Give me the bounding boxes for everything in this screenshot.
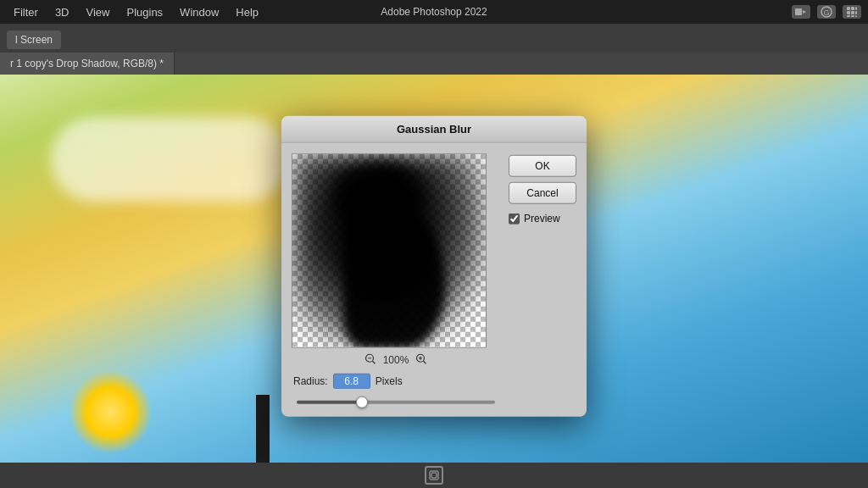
svg-rect-10	[847, 15, 850, 17]
svg-line-15	[372, 361, 375, 363]
canvas-area: Gaussian Blur	[0, 75, 868, 488]
menu-item-filter[interactable]: Filter	[7, 4, 45, 20]
radius-slider[interactable]	[297, 401, 495, 404]
menu-item-view[interactable]: View	[80, 4, 117, 20]
app-title: Adobe Photoshop 2022	[381, 6, 487, 18]
svg-marker-1	[803, 10, 806, 14]
doc-tab-bar: r 1 copy's Drop Shadow, RGB/8) *	[0, 53, 868, 75]
svg-rect-11	[851, 15, 854, 17]
zoom-controls: 100%	[292, 353, 500, 367]
menu-item-window[interactable]: Window	[173, 4, 225, 20]
radius-unit: Pixels	[376, 375, 403, 387]
menu-item-plugins[interactable]: Plugins	[120, 4, 170, 20]
dialog-title: Gaussian Blur	[397, 123, 471, 136]
status-icon	[425, 466, 443, 485]
record-icon	[792, 5, 810, 19]
preview-check-label: Preview	[524, 213, 560, 225]
grid-icon	[843, 5, 861, 19]
preview-checkbox[interactable]	[509, 213, 520, 224]
dialog-overlay: Gaussian Blur	[0, 75, 868, 488]
svg-rect-7	[847, 11, 850, 14]
tab-bar: l Screen	[0, 24, 868, 53]
svg-rect-0	[795, 8, 802, 15]
screen-button[interactable]: l Screen	[7, 30, 61, 49]
svg-text:G: G	[823, 8, 829, 17]
svg-rect-21	[431, 473, 437, 478]
slider-container	[293, 394, 498, 407]
gaussian-blur-dialog: Gaussian Blur	[281, 116, 587, 417]
preview-check-row: Preview	[509, 213, 576, 225]
document-tab-label: r 1 copy's Drop Shadow, RGB/8) *	[10, 58, 164, 69]
g-icon: G	[817, 5, 836, 19]
radius-label: Radius:	[293, 375, 328, 387]
menu-bar-right-icons: G	[792, 5, 861, 19]
zoom-out-button[interactable]	[364, 353, 376, 367]
preview-canvas[interactable]	[292, 153, 487, 348]
document-tab[interactable]: r 1 copy's Drop Shadow, RGB/8) *	[0, 53, 175, 75]
menu-item-3d[interactable]: 3D	[48, 4, 76, 20]
svg-rect-4	[847, 7, 850, 10]
menu-item-help[interactable]: Help	[229, 4, 265, 20]
dialog-body: 100% Radius:	[281, 143, 587, 417]
radius-row: Radius: Pixels	[293, 374, 498, 389]
menu-bar: Filter 3D View Plugins Window Help Adobe…	[0, 0, 868, 24]
svg-line-19	[424, 361, 426, 363]
zoom-level: 100%	[383, 354, 409, 366]
dialog-title-bar: Gaussian Blur	[281, 116, 587, 143]
radius-input[interactable]	[333, 374, 370, 389]
radius-section: Radius: Pixels	[292, 374, 500, 407]
svg-rect-6	[855, 7, 857, 10]
dialog-preview-section: 100% Radius:	[292, 153, 500, 407]
svg-rect-8	[851, 11, 854, 14]
dialog-buttons: OK Cancel Preview	[509, 153, 576, 407]
bottom-status-bar	[0, 463, 868, 488]
svg-rect-5	[851, 7, 854, 10]
svg-rect-12	[855, 15, 857, 17]
cancel-button[interactable]: Cancel	[509, 182, 576, 204]
zoom-in-button[interactable]	[415, 353, 427, 367]
svg-rect-9	[855, 11, 857, 14]
ok-button[interactable]: OK	[509, 155, 576, 177]
